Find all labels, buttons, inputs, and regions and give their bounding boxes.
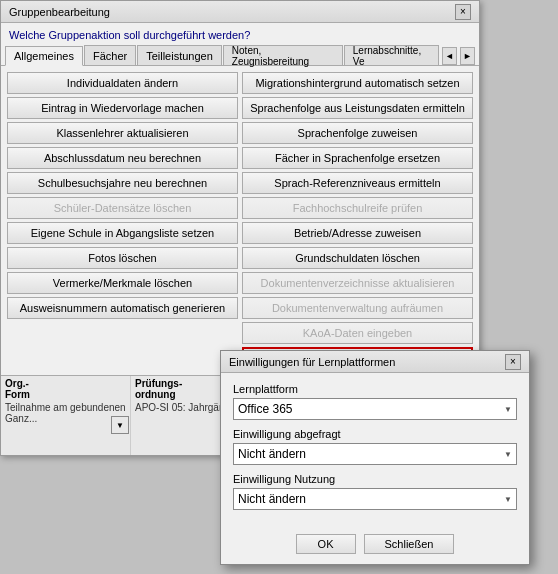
org-form-dropdown[interactable]: ▼ bbox=[111, 416, 129, 434]
einwilligung-abgefragt-field-row: Einwilligung abgefragt Nicht ändern ▼ bbox=[233, 428, 517, 465]
einwilligung-nutzung-value: Nicht ändern bbox=[238, 492, 306, 506]
einwilligung-nutzung-arrow: ▼ bbox=[504, 495, 512, 504]
einwilligung-nutzung-combo[interactable]: Nicht ändern ▼ bbox=[233, 488, 517, 510]
bottom-content-org: Teilnahme am gebundenen Ganz... bbox=[5, 402, 126, 424]
btn-dokumente-aktualisieren: Dokumentenverzeichnisse aktualisieren bbox=[242, 272, 473, 294]
popup-close-btn[interactable]: × bbox=[505, 354, 521, 370]
einwilligung-abgefragt-value: Nicht ändern bbox=[238, 447, 306, 461]
tab-noten[interactable]: Noten, Zeugnisbereitung bbox=[223, 45, 343, 65]
tab-teilleistungen[interactable]: Teilleistungen bbox=[137, 45, 222, 65]
lernplattform-field-row: Lernplattform Office 365 ▼ bbox=[233, 383, 517, 420]
right-btn-column: Migrationshintergrund automatisch setzen… bbox=[242, 72, 473, 369]
tab-nav-prev[interactable]: ◄ bbox=[442, 47, 457, 65]
btn-sprachenfolge-leistung[interactable]: Sprachenfolge aus Leistungsdaten ermitte… bbox=[242, 97, 473, 119]
btn-referenzniveaus[interactable]: Sprach-Referenzniveaus ermitteln bbox=[242, 172, 473, 194]
btn-vermerke-loeschen[interactable]: Vermerke/Merkmale löschen bbox=[7, 272, 238, 294]
btn-faecher-ersetzen[interactable]: Fächer in Sprachenfolge ersetzen bbox=[242, 147, 473, 169]
btn-klassenlehrer[interactable]: Klassenlehrer aktualisieren bbox=[7, 122, 238, 144]
btn-fachhochschulreife: Fachhochschulreife prüfen bbox=[242, 197, 473, 219]
lernplattform-combo[interactable]: Office 365 ▼ bbox=[233, 398, 517, 420]
btn-individualdaten[interactable]: Individualdaten ändern bbox=[7, 72, 238, 94]
main-dialog-titlebar: Gruppenbearbeitung × bbox=[1, 1, 479, 23]
lernplattform-label: Lernplattform bbox=[233, 383, 517, 395]
main-dialog-title: Gruppenbearbeitung bbox=[9, 6, 110, 18]
popup-content: Lernplattform Office 365 ▼ Einwilligung … bbox=[221, 373, 529, 528]
btn-ausweisnummern[interactable]: Ausweisnummern automatisch generieren bbox=[7, 297, 238, 319]
btn-wiedervorlage[interactable]: Eintrag in Wiedervorlage machen bbox=[7, 97, 238, 119]
lernplattform-value: Office 365 bbox=[238, 402, 292, 416]
popup-buttons: OK Schließen bbox=[221, 528, 529, 564]
tab-lernabschnitte[interactable]: Lernabschnitte, Ve bbox=[344, 45, 439, 65]
btn-migration[interactable]: Migrationshintergrund automatisch setzen bbox=[242, 72, 473, 94]
btn-kaoa: KAoA-Daten eingeben bbox=[242, 322, 473, 344]
btn-fotos-loeschen[interactable]: Fotos löschen bbox=[7, 247, 238, 269]
close-action-button[interactable]: Schließen bbox=[364, 534, 455, 554]
btn-dokumentenverwaltung: Dokumentenverwaltung aufräumen bbox=[242, 297, 473, 319]
left-btn-column: Individualdaten ändern Eintrag in Wieder… bbox=[7, 72, 238, 369]
tabs-bar: Allgemeines Fächer Teilleistungen Noten,… bbox=[1, 45, 479, 66]
btn-schulbesuchsjahre[interactable]: Schulbesuchsjahre neu berechnen bbox=[7, 172, 238, 194]
btn-sprachenfolge-zuweisen[interactable]: Sprachenfolge zuweisen bbox=[242, 122, 473, 144]
tab-nav-next[interactable]: ► bbox=[460, 47, 475, 65]
tab-allgemeines[interactable]: Allgemeines bbox=[5, 46, 83, 66]
einwilligung-abgefragt-arrow: ▼ bbox=[504, 450, 512, 459]
einwilligung-nutzung-field-row: Einwilligung Nutzung Nicht ändern ▼ bbox=[233, 473, 517, 510]
main-dialog-close[interactable]: × bbox=[455, 4, 471, 20]
btn-betrieb[interactable]: Betrieb/Adresse zuweisen bbox=[242, 222, 473, 244]
dialog-question: Welche Gruppenaktion soll durchgeführt w… bbox=[1, 23, 479, 45]
popup-titlebar: Einwilligungen für Lernplattformen × bbox=[221, 351, 529, 373]
bottom-header-org: Org.-Form bbox=[5, 378, 126, 400]
tab-faecher[interactable]: Fächer bbox=[84, 45, 136, 65]
einwilligung-abgefragt-combo[interactable]: Nicht ändern ▼ bbox=[233, 443, 517, 465]
popup-dialog: Einwilligungen für Lernplattformen × Ler… bbox=[220, 350, 530, 565]
einwilligung-nutzung-label: Einwilligung Nutzung bbox=[233, 473, 517, 485]
popup-title: Einwilligungen für Lernplattformen bbox=[229, 356, 395, 368]
einwilligung-abgefragt-label: Einwilligung abgefragt bbox=[233, 428, 517, 440]
btn-grundschuldaten[interactable]: Grundschuldaten löschen bbox=[242, 247, 473, 269]
btn-schueler-loeschen: Schüler-Datensätze löschen bbox=[7, 197, 238, 219]
dialog-content: Individualdaten ändern Eintrag in Wieder… bbox=[1, 66, 479, 375]
ok-button[interactable]: OK bbox=[296, 534, 356, 554]
btn-abschlussdatum[interactable]: Abschlussdatum neu berechnen bbox=[7, 147, 238, 169]
btn-abgangsliste[interactable]: Eigene Schule in Abgangsliste setzen bbox=[7, 222, 238, 244]
lernplattform-arrow: ▼ bbox=[504, 405, 512, 414]
